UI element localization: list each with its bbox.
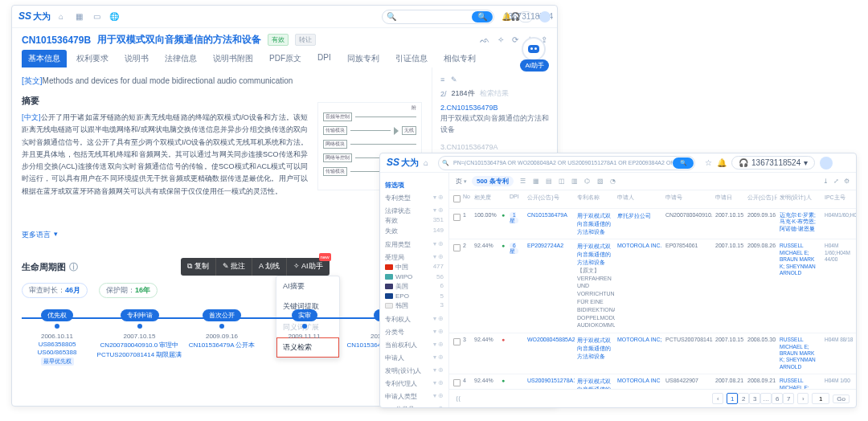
phone-badge[interactable]: 🎧 13673118524 ▾ bbox=[518, 11, 533, 22]
pager-prev[interactable]: ‹ bbox=[712, 393, 723, 404]
view-list-icon[interactable]: ☰ bbox=[518, 177, 528, 186]
table-row[interactable]: 492.44%●US20090151278A1用于双模式双向音频通信的方法和设备… bbox=[449, 374, 856, 389]
search-submit[interactable]: 🔍 bbox=[472, 11, 493, 22]
row-applicant[interactable]: 摩托罗拉公司 bbox=[615, 209, 663, 239]
view-graph-icon[interactable]: ◫ bbox=[557, 177, 567, 186]
timeline-link[interactable]: CN200780040910.0 审理中 bbox=[100, 341, 179, 349]
row-inventors[interactable]: RUSSELL MICHAEL E; BRAUN MARK K; SHEYNMA… bbox=[777, 333, 822, 374]
list-icon[interactable]: ≡ bbox=[440, 76, 444, 84]
avatar[interactable] bbox=[539, 11, 551, 22]
col-header[interactable]: IPC主号 bbox=[822, 190, 856, 209]
col-header[interactable]: 申请人 bbox=[615, 190, 663, 209]
filter-option[interactable]: 美国6 bbox=[385, 281, 444, 292]
list-search[interactable]: 🔍 PN=(CN101536479A OR WO2008048A2 OR US2… bbox=[438, 156, 695, 170]
timeline-link[interactable]: US60/865388 bbox=[38, 349, 77, 356]
ai-assistant-bubble[interactable] bbox=[522, 37, 546, 61]
spark-icon[interactable]: ✧ bbox=[497, 35, 504, 45]
col-header[interactable]: No bbox=[461, 190, 472, 209]
col-header[interactable] bbox=[499, 190, 507, 209]
home-icon[interactable]: ⌂ bbox=[55, 11, 67, 22]
view-table-icon[interactable]: ▤ bbox=[544, 177, 554, 186]
row-checkbox[interactable] bbox=[453, 244, 461, 251]
col-header[interactable]: 发明(设计)人 bbox=[777, 190, 822, 209]
avatar[interactable] bbox=[820, 157, 833, 170]
filter-group-header[interactable]: 专利类型 ▾ ⊕ bbox=[385, 194, 444, 202]
refresh-icon[interactable]: ⟳ bbox=[512, 35, 518, 45]
row-checkbox[interactable] bbox=[453, 338, 461, 345]
ai-assistant-label[interactable]: AI助手 bbox=[520, 59, 549, 72]
timeline-link[interactable]: CN101536479A 公开本 bbox=[189, 341, 256, 349]
filter-group-header[interactable]: 专利权人 ▾ ⊕ bbox=[385, 315, 444, 324]
grid-icon[interactable]: ▦ bbox=[73, 11, 84, 22]
lamp-icon[interactable]: ᨒ bbox=[480, 35, 489, 45]
pager-page[interactable]: 7 bbox=[783, 393, 794, 404]
row-applicant[interactable]: MOTOROLA INC bbox=[615, 374, 663, 389]
col-header[interactable]: 专利名称 bbox=[575, 190, 615, 209]
bell-icon[interactable]: 🔔 bbox=[717, 158, 727, 167]
settings-icon[interactable]: ⚙ bbox=[844, 178, 850, 185]
home-icon[interactable]: ⌂ bbox=[424, 158, 428, 167]
filter-group-header[interactable]: 应用类型 ▾ ⊕ bbox=[385, 240, 444, 249]
sidebar-pn[interactable]: 3.CN101536479A bbox=[440, 143, 549, 151]
filter-option[interactable]: EPO5 bbox=[385, 292, 444, 300]
row-applicant[interactable]: MOTOROLA INC; RUSSELL MICHAEL E; BRAUN M… bbox=[615, 333, 663, 374]
pager-page[interactable]: … bbox=[760, 393, 772, 404]
sel-ai[interactable]: ✧ AI助手 bbox=[287, 258, 330, 276]
row-checkbox[interactable] bbox=[453, 214, 461, 221]
brand-logo[interactable]: SS 大为 bbox=[387, 157, 419, 169]
row-checkbox[interactable] bbox=[453, 379, 461, 386]
col-header[interactable]: 申请号 bbox=[663, 190, 713, 209]
row-pn[interactable]: EP2092724A2 bbox=[525, 239, 575, 333]
tab-pdf[interactable]: PDF原文 bbox=[263, 50, 308, 67]
tab-drawings[interactable]: 说明书附图 bbox=[207, 50, 260, 67]
sidebar-pn[interactable]: 2.CN101536479B bbox=[440, 104, 549, 112]
col-header[interactable]: 公开(公告)日 bbox=[745, 190, 777, 209]
col-header[interactable] bbox=[449, 190, 461, 209]
tab-desc[interactable]: 说明书 bbox=[118, 50, 155, 67]
more-languages[interactable]: 更多语言▾ bbox=[22, 230, 58, 240]
pager-jump-input[interactable] bbox=[812, 393, 829, 404]
filter-group-header[interactable]: 发明(设计)人 ▾ ⊕ bbox=[385, 366, 444, 375]
filter-option[interactable]: 有效351 bbox=[385, 215, 444, 226]
edit-icon[interactable]: ✎ bbox=[451, 76, 457, 84]
pager-page[interactable]: 1 bbox=[727, 393, 738, 404]
select-all[interactable] bbox=[453, 195, 461, 202]
filter-group-header[interactable]: 申请人类型 ▾ ⊕ bbox=[385, 392, 444, 401]
col-header[interactable]: DPI bbox=[507, 190, 525, 209]
tab-citation[interactable]: 引证信息 bbox=[389, 50, 434, 67]
book-icon[interactable]: ▭ bbox=[91, 11, 102, 22]
tab-family[interactable]: 同族专利 bbox=[341, 50, 386, 67]
tab-basic[interactable]: 基本信息 bbox=[22, 50, 67, 67]
table-row[interactable]: 392.44%●WO2008045885A2用于双模式双向音频通信的方法和设备M… bbox=[449, 333, 856, 374]
tab-legal[interactable]: 法律信息 bbox=[158, 50, 203, 67]
filter-group-header[interactable]: 申请人 ▾ ⊕ bbox=[385, 354, 444, 362]
row-applicant[interactable]: MOTOROLA INC. bbox=[615, 239, 663, 333]
view-chart-icon[interactable]: ▥ bbox=[570, 177, 579, 186]
table-row[interactable]: 1100.00%●1星CN101536479A用于双模式双向音频通信的方法和设备… bbox=[449, 209, 856, 239]
view-card-icon[interactable]: ▦ bbox=[531, 177, 541, 186]
expand-icon[interactable]: ⤢ bbox=[833, 178, 839, 185]
filter-option[interactable]: 失效149 bbox=[385, 226, 444, 236]
brand-logo[interactable]: SS 大为 bbox=[18, 10, 51, 22]
tab-dpi[interactable]: DPI bbox=[311, 50, 338, 67]
timeline-link[interactable]: PCTUS2007081414 期限届满 bbox=[97, 350, 182, 359]
row-title[interactable]: 用于双模式双向音频通信的方法和设备【原文】VERFAHREN UND VORRI… bbox=[575, 239, 615, 333]
sel-copy[interactable]: ⧉ 复制 bbox=[181, 258, 216, 276]
pager-page[interactable]: 3 bbox=[749, 393, 760, 404]
pager-page[interactable]: 2 bbox=[738, 393, 749, 404]
filter-group-header[interactable]: IPC分类号 ▾ ⊕ bbox=[385, 405, 444, 407]
abstract-text[interactable]: [中文]公开了用于诸如蓝牙链路的短距离无线电链路的终端的双模式I/O设备和方法。… bbox=[22, 112, 308, 198]
search-submit[interactable]: 🔍 bbox=[673, 157, 694, 169]
row-pn[interactable]: WO2008045885A2 bbox=[525, 333, 575, 374]
col-header[interactable]: 相关度 bbox=[472, 190, 499, 209]
row-inventors[interactable]: 迈克尔·E·罗素;马克·K·布劳恩;阿诺德·谢恩曼 bbox=[777, 209, 822, 239]
row-title[interactable]: 用于双模式双向音频通信的方法和设备【原文】METHODS AND DEVICES… bbox=[575, 374, 615, 389]
filter-group-header[interactable]: 法律状态 ▾ ⊕ bbox=[385, 206, 444, 215]
row-inventors[interactable]: RUSSELL MICHAEL E; BRAUN MARK K; SHEYNMA… bbox=[777, 239, 822, 333]
view-map-icon[interactable]: ▧ bbox=[596, 177, 605, 186]
row-title[interactable]: 用于双模式双向音频通信的方法和设备 bbox=[575, 333, 615, 374]
row-title[interactable]: 用于双模式双向音频通信的方法和设备 bbox=[575, 209, 615, 239]
view-tree-icon[interactable]: ⌬ bbox=[583, 177, 592, 186]
collapse-left-icon[interactable]: ⟨⟨ bbox=[456, 395, 461, 403]
tab-similar[interactable]: 相似专利 bbox=[437, 50, 482, 67]
